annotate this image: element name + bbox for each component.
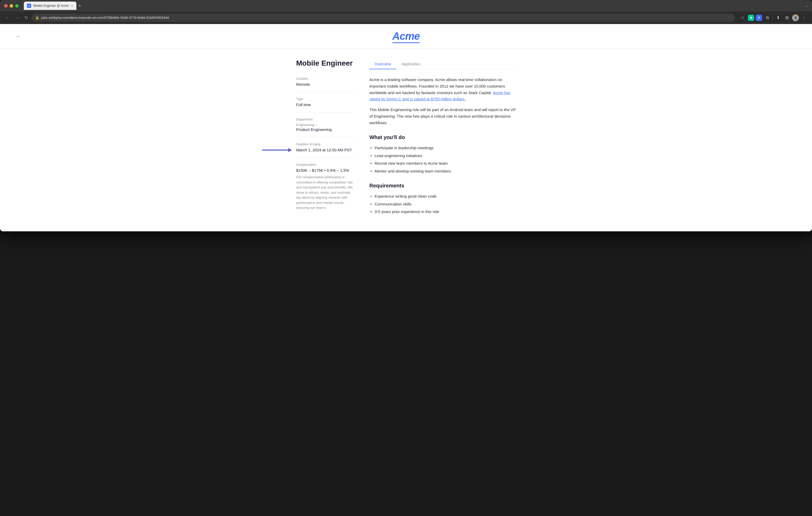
tab-overview[interactable]: Overview bbox=[369, 59, 396, 69]
new-tab-button[interactable]: + bbox=[78, 2, 82, 10]
user-avatar[interactable]: 👤 bbox=[792, 14, 799, 21]
toolbar-divider bbox=[773, 15, 773, 20]
department-breadcrumb[interactable]: Engineering › bbox=[296, 123, 354, 127]
extensions-button[interactable]: ⧉ bbox=[763, 14, 771, 22]
compensation-field: Compensation $150K – $175K • 0.5% – 1.5%… bbox=[296, 163, 354, 216]
what-youll-do-heading: What you'll do bbox=[369, 134, 516, 140]
requirements-list: Experience writing good clean code Commu… bbox=[369, 193, 516, 215]
url-display: jobs.ashbyhq.com/demo.keynote-wt.com/970… bbox=[41, 16, 731, 20]
requirements-heading: Requirements bbox=[369, 183, 516, 189]
arrow-shaft bbox=[262, 150, 288, 151]
list-item: Lead engineering initiatives bbox=[369, 152, 516, 159]
type-field: Type Full time bbox=[296, 97, 354, 113]
intro-paragraph-2: This Mobile Engineering role will be par… bbox=[369, 107, 516, 126]
ashby-extension-icon[interactable]: ◆ bbox=[748, 14, 754, 21]
overview-content: Acme is a leading software company. Acme… bbox=[369, 77, 516, 215]
ashby-a-extension-icon[interactable]: A bbox=[756, 14, 762, 21]
page-header: ← Acme bbox=[0, 24, 812, 49]
list-item: Recruit new team members to Acme team bbox=[369, 160, 516, 167]
deadline-value: March 1, 2024 at 12:00 AM PST bbox=[296, 148, 354, 152]
company-logo: Acme bbox=[393, 30, 420, 42]
maximize-button[interactable] bbox=[15, 4, 19, 7]
intro-paragraph-1: Acme is a leading software company. Acme… bbox=[369, 77, 516, 102]
breadcrumb-chevron-icon: › bbox=[316, 123, 317, 127]
type-value: Full time bbox=[296, 102, 354, 107]
tab-dropdown-icon[interactable]: ⌄ bbox=[805, 4, 808, 7]
list-item: Participate in leadership meetings bbox=[369, 145, 516, 151]
arrow-head-icon bbox=[288, 148, 292, 152]
type-label: Type bbox=[296, 97, 354, 101]
security-icon: 🔒 bbox=[35, 16, 39, 20]
back-link[interactable]: ← bbox=[16, 33, 21, 39]
tab-application[interactable]: Application bbox=[396, 59, 426, 69]
department-value: Product Engineering bbox=[296, 127, 354, 132]
page-body: Mobile Engineer Location Remote Type Ful… bbox=[281, 49, 531, 231]
browser-titlebar: A Mobile Engineer @ Acme ✕ + ⌄ bbox=[0, 0, 812, 11]
forward-nav-button[interactable]: → bbox=[13, 14, 21, 21]
active-tab[interactable]: A Mobile Engineer @ Acme ✕ bbox=[24, 2, 77, 10]
job-main: Overview Application Acme is a leading s… bbox=[369, 59, 516, 221]
traffic-lights bbox=[4, 4, 19, 7]
arrow-annotation bbox=[262, 148, 292, 152]
tab-title: Mobile Engineer @ Acme bbox=[33, 4, 69, 7]
page-content: ← Acme Mobile Engineer Location Remote T… bbox=[0, 24, 812, 231]
compensation-note: Our compensation philosophy is committed… bbox=[296, 175, 354, 210]
browser-window: A Mobile Engineer @ Acme ✕ + ⌄ ← → ↻ 🔒 j… bbox=[0, 0, 812, 231]
what-youll-do-list: Participate in leadership meetings Lead … bbox=[369, 145, 516, 174]
list-item: Mentor and develop existing team members bbox=[369, 168, 516, 175]
department-field: Department Engineering › Product Enginee… bbox=[296, 118, 354, 137]
close-button[interactable] bbox=[4, 4, 7, 7]
browser-addressbar: ← → ↻ 🔒 jobs.ashbyhq.com/demo.keynote-wt… bbox=[0, 11, 812, 24]
compensation-label: Compensation bbox=[296, 163, 354, 166]
minimize-button[interactable] bbox=[10, 4, 13, 7]
star-button[interactable]: ☆ bbox=[739, 14, 746, 22]
job-title: Mobile Engineer bbox=[296, 59, 354, 67]
job-sidebar: Mobile Engineer Location Remote Type Ful… bbox=[296, 59, 354, 221]
list-item: Communication skills bbox=[369, 201, 516, 208]
list-item: Experience writing good clean code bbox=[369, 193, 516, 200]
back-nav-button[interactable]: ← bbox=[4, 14, 11, 21]
browser-tab-bar: A Mobile Engineer @ Acme ✕ + ⌄ bbox=[24, 2, 808, 10]
deadline-label: Deadline to Apply bbox=[296, 143, 354, 146]
browser-actions: ☆ ◆ A ⧉ ⬇ ⊞ 👤 ⋮ bbox=[739, 14, 808, 22]
split-screen-button[interactable]: ⊞ bbox=[783, 14, 790, 22]
menu-button[interactable]: ⋮ bbox=[801, 14, 808, 22]
refresh-button[interactable]: ↻ bbox=[23, 14, 30, 21]
location-value: Remote bbox=[296, 82, 354, 87]
department-label: Department bbox=[296, 118, 354, 121]
tab-close-icon[interactable]: ✕ bbox=[71, 4, 73, 7]
location-field: Location Remote bbox=[296, 77, 354, 92]
tab-favicon: A bbox=[27, 4, 31, 8]
download-button[interactable]: ⬇ bbox=[774, 14, 782, 22]
location-label: Location bbox=[296, 77, 354, 81]
list-item: 3-5 years prior experience in this role bbox=[369, 208, 516, 215]
compensation-value: $150K – $175K • 0.5% – 1.5% bbox=[296, 168, 354, 173]
address-bar[interactable]: 🔒 jobs.ashbyhq.com/demo.keynote-wt.com/9… bbox=[32, 13, 735, 22]
deadline-field: Deadline to Apply March 1, 2024 at 12:00… bbox=[296, 143, 354, 158]
content-tabs: Overview Application bbox=[369, 59, 516, 69]
